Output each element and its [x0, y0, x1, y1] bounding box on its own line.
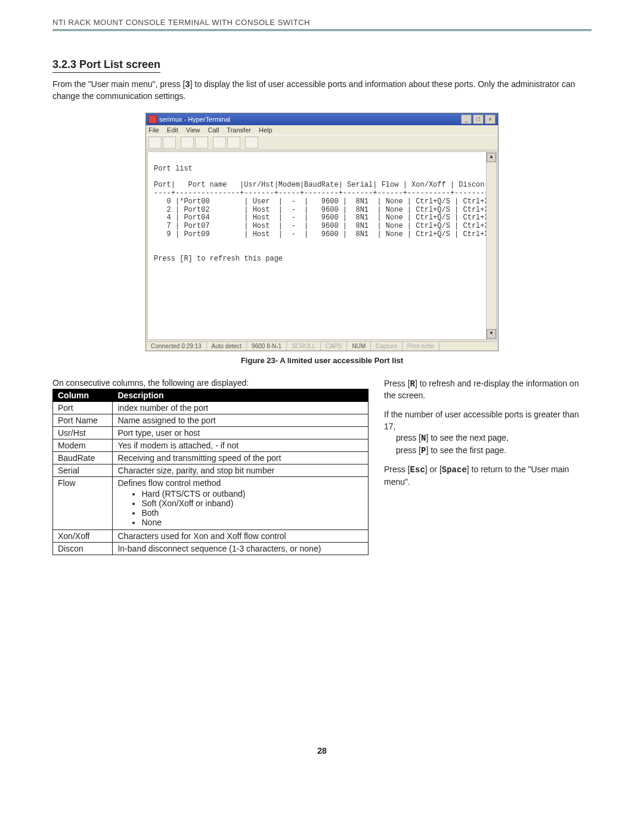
terminal-output: Port list Port| Port name |Usr/Hst|Modem…: [149, 153, 495, 275]
status-detect: Auto detect: [207, 342, 247, 351]
list-item: Soft (Xon/Xoff or inband): [141, 498, 363, 508]
status-mode: 9600 8-N-1: [247, 342, 287, 351]
toolbar-button[interactable]: [181, 137, 194, 148]
key-r: R: [410, 379, 415, 389]
header-rule: [52, 29, 592, 31]
list-item: None: [141, 518, 363, 527]
menu-call[interactable]: Call: [208, 126, 219, 134]
list-item: Hard (RTS/CTS or outband): [141, 489, 363, 498]
statusbar: Connected 0:29:13 Auto detect 9600 8-N-1…: [146, 341, 498, 351]
app-icon: [148, 115, 157, 123]
key-esc: Esc: [410, 465, 425, 475]
menubar: File Edit View Call Transfer Help: [146, 125, 498, 135]
table-row: SerialCharacter size, parity, and stop b…: [53, 464, 369, 476]
table-row: Portindex number of the port: [53, 401, 369, 414]
section-heading: 3.2.3 Port List screen: [52, 58, 160, 73]
key-space: Space: [442, 465, 467, 475]
hyperterminal-window: serimux - HyperTerminal _ □ × File Edit …: [145, 113, 499, 351]
table-row: Usr/HstPort type, user or host: [53, 426, 369, 439]
toolbar-button[interactable]: [163, 137, 176, 148]
th-description: Description: [113, 389, 369, 401]
toolbar: [146, 135, 498, 150]
status-scroll: SCROLL: [287, 342, 321, 351]
scroll-down-icon[interactable]: ▼: [487, 329, 496, 339]
titlebar: serimux - HyperTerminal _ □ ×: [146, 113, 498, 125]
side-instructions: Press [R] to refresh and re-display the …: [384, 378, 592, 496]
status-connected: Connected 0:29:13: [146, 342, 207, 351]
menu-edit[interactable]: Edit: [167, 126, 178, 134]
status-echo: Print echo: [402, 342, 439, 351]
menu-help[interactable]: Help: [259, 126, 273, 134]
window-title: serimux - HyperTerminal: [159, 116, 230, 123]
scrollbar[interactable]: ▲ ▼: [486, 152, 496, 339]
toolbar-button[interactable]: [148, 137, 162, 148]
scroll-up-icon[interactable]: ▲: [487, 153, 496, 162]
column-description-table: Column Description Portindex number of t…: [52, 389, 369, 555]
doc-header: NTI RACK MOUNT CONSOLE TERMINAL WITH CON…: [52, 18, 592, 27]
maximize-button[interactable]: □: [473, 114, 484, 124]
section-title-text: Port List screen: [79, 58, 160, 70]
table-row: Flow Defines flow control method Hard (R…: [53, 476, 369, 529]
table-row: Port NameName assigned to the port: [53, 414, 369, 426]
minimize-button[interactable]: _: [461, 114, 472, 124]
terminal-area: Port list Port| Port name |Usr/Hst|Modem…: [147, 151, 497, 340]
page-number: 28: [52, 746, 592, 755]
key-3: 3: [185, 80, 190, 89]
toolbar-button[interactable]: [245, 137, 258, 148]
toolbar-button[interactable]: [213, 137, 226, 148]
section-number: 3.2.3: [52, 58, 76, 70]
table-row: ModemYes if modem is attached, - if not: [53, 439, 369, 451]
list-item: Both: [141, 508, 363, 518]
status-capture: Capture: [371, 342, 402, 351]
status-caps: CAPS: [321, 342, 347, 351]
table-intro: On consecutive columns, the following ar…: [52, 378, 369, 388]
th-column: Column: [53, 389, 113, 401]
toolbar-button[interactable]: [195, 137, 208, 148]
menu-transfer[interactable]: Transfer: [227, 126, 251, 134]
figure-caption: Figure 23- A limited user accessible Por…: [52, 356, 592, 365]
close-button[interactable]: ×: [485, 114, 496, 124]
table-row: DisconIn-band disconnect sequence (1-3 c…: [53, 542, 369, 555]
table-row: BaudRateReceiving and transmitting speed…: [53, 451, 369, 464]
toolbar-button[interactable]: [227, 137, 240, 148]
table-row: Xon/XoffCharacters used for Xon and Xoff…: [53, 529, 369, 542]
menu-view[interactable]: View: [186, 126, 200, 134]
intro-paragraph: From the "User main menu", press [3] to …: [52, 79, 592, 102]
flow-list: Hard (RTS/CTS or outband) Soft (Xon/Xoff…: [141, 489, 363, 527]
status-num: NUM: [347, 342, 371, 351]
menu-file[interactable]: File: [148, 126, 159, 134]
